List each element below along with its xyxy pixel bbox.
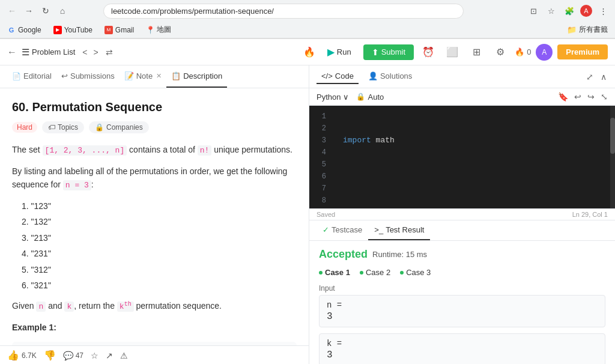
play-icon: ▶	[327, 46, 335, 58]
language-selector[interactable]: Python ∨	[317, 93, 349, 102]
redo-icon[interactable]: ↪	[587, 92, 595, 102]
problem-tags: Hard 🏷 Topics 🔒 Companies	[12, 121, 297, 133]
bookmark-maps[interactable]: 📍 地圖	[144, 23, 174, 36]
testcase-label: Testcase	[332, 225, 362, 234]
tab-editorial[interactable]: 📄 Editorial	[7, 65, 56, 88]
right-panel: </> Code 👤 Solutions ⤢ ∧	[309, 65, 615, 364]
tab-description[interactable]: 📋 Description	[166, 65, 227, 88]
notes-icon[interactable]: ⬜	[443, 43, 462, 62]
collapse-icon[interactable]: ∧	[599, 71, 608, 83]
n-factorial: n!	[198, 145, 212, 156]
settings-icon[interactable]: ⚙	[491, 43, 510, 62]
bookmark-google-label: Google	[18, 26, 41, 34]
report-button[interactable]: ⚠	[120, 351, 128, 360]
perm-5: 5. "312"	[22, 263, 297, 276]
like-button[interactable]: 👍 6.7K	[7, 350, 37, 361]
all-bookmarks[interactable]: 📁 所有書籤	[565, 23, 610, 36]
test-result-label: Test Result	[386, 225, 424, 234]
editorial-icon: 📄	[12, 72, 21, 80]
premium-button[interactable]: Premium	[557, 44, 608, 59]
case-2-button[interactable]: Case 2	[360, 268, 390, 277]
input-label: Input	[319, 284, 605, 293]
test-tabs: ✓ Testcase >_ Test Result	[309, 220, 615, 241]
fullscreen-icon[interactable]: ⤡	[601, 92, 608, 102]
description-para1: The set [1, 2, 3, ..., n] contains a tot…	[12, 143, 297, 157]
problem-list-label: Problem List	[32, 47, 75, 56]
dislike-button[interactable]: 👎	[44, 350, 56, 361]
bookmark-code-icon[interactable]: 🔖	[558, 92, 568, 102]
testcase-icon: ✓	[323, 225, 329, 234]
ln-5: 5	[317, 159, 326, 171]
case-3-button[interactable]: Case 3	[400, 268, 431, 277]
submit-button[interactable]: ⬆ Submit	[363, 44, 414, 60]
submissions-icon: ↩	[61, 71, 68, 80]
comment-button[interactable]: 💬 47	[63, 351, 83, 360]
list-icon: ☰	[22, 47, 29, 58]
browser-chrome: ← → ↻ ⌂ leetcode.com/problems/permutatio…	[0, 0, 615, 39]
shuffle-button[interactable]: ⇄	[106, 47, 113, 57]
user-avatar[interactable]: A	[536, 44, 553, 61]
case-3-label: Case 3	[406, 268, 431, 277]
note-icon: 📝	[124, 71, 134, 80]
solutions-icon: 👤	[368, 71, 378, 80]
bookmark-youtube[interactable]: ▶ YouTube	[51, 25, 95, 35]
cast-icon[interactable]: ⊡	[526, 4, 541, 18]
share-button[interactable]: ↗	[106, 351, 113, 360]
undo-icon[interactable]: ↩	[574, 92, 581, 102]
leetcode-app: ← ☰ Problem List < > ⇄ 🔥 ▶ Run ⬆ Submit …	[0, 39, 615, 364]
home-button[interactable]: ⌂	[55, 4, 70, 18]
back-button[interactable]: ←	[5, 4, 19, 18]
streak-icon[interactable]: 🔥	[303, 46, 315, 58]
address-bar[interactable]: leetcode.com/problems/permutation-sequen…	[103, 4, 464, 19]
cases-row: Case 1 Case 2 Case 3	[319, 268, 605, 277]
k-input-section: k = 3	[319, 333, 605, 364]
note-close-icon[interactable]: ✕	[156, 72, 162, 80]
code-actions: ⤢ ∧	[585, 71, 608, 83]
reload-button[interactable]: ↻	[38, 4, 53, 18]
topics-button[interactable]: 🏷 Topics	[42, 121, 84, 133]
code-line-2	[343, 171, 605, 183]
example-title: Example 1:	[12, 321, 297, 334]
companies-button[interactable]: 🔒 Companies	[89, 121, 149, 133]
run-button[interactable]: ▶ Run	[320, 43, 359, 61]
fire-icon2: 🔥	[515, 47, 524, 56]
auto-selector[interactable]: 🔒 Auto	[356, 93, 384, 102]
star-icon: ☆	[91, 351, 98, 360]
layout-icon[interactable]: ⊞	[467, 43, 486, 62]
bookmark-google[interactable]: G Google	[5, 25, 44, 35]
timer-icon[interactable]: ⏰	[419, 43, 438, 62]
case-1-button[interactable]: Case 1	[319, 268, 350, 277]
prev-problem-button[interactable]: <	[80, 46, 89, 58]
code-tab-solutions[interactable]: 👤 Solutions	[363, 69, 417, 84]
more-icon[interactable]: ⋮	[596, 4, 610, 18]
code-tab-code[interactable]: </> Code	[317, 69, 359, 84]
problem-list-button[interactable]: ☰ Problem List	[22, 47, 75, 58]
auto-label-text: Auto	[368, 93, 384, 102]
code-editor[interactable]: 1 2 3 4 5 6 7 8 9 import math	[309, 106, 615, 208]
browser-titlebar: ← → ↻ ⌂ leetcode.com/problems/permutatio…	[0, 0, 615, 22]
editor-scrollbar[interactable]	[610, 106, 615, 208]
case-1-label: Case 1	[325, 268, 350, 277]
star-button[interactable]: ☆	[91, 351, 98, 360]
tab-testcase[interactable]: ✓ Testcase	[317, 220, 368, 240]
case-3-dot	[400, 271, 404, 275]
n-inline: n	[36, 302, 46, 312]
bookmark-gmail[interactable]: M Gmail	[102, 25, 136, 35]
profile-icon[interactable]: A	[580, 5, 592, 17]
extensions-icon[interactable]: 🧩	[562, 4, 577, 18]
forward-button[interactable]: →	[22, 4, 36, 18]
back-nav-button[interactable]: ←	[7, 47, 17, 58]
problem-name: Permutation Sequence	[32, 100, 162, 114]
tab-submissions[interactable]: ↩ Submissions	[56, 65, 120, 88]
problem-number: 60.	[12, 100, 29, 114]
next-problem-button[interactable]: >	[91, 46, 100, 58]
expand-icon[interactable]: ⤢	[585, 71, 595, 83]
tab-test-result[interactable]: >_ Test Result	[368, 220, 430, 240]
perm-4: 4. "231"	[22, 247, 297, 260]
toolbar-actions: 🔖 ↩ ↪ ⤡	[558, 92, 608, 102]
companies-label: Companies	[106, 123, 143, 132]
n-label: n =	[327, 300, 598, 310]
bookmarks-bar: G Google ▶ YouTube M Gmail 📍 地圖 📁 所有書籤	[0, 22, 615, 38]
tab-note[interactable]: 📝 Note ✕	[120, 65, 166, 88]
bookmark-icon[interactable]: ☆	[544, 4, 559, 18]
